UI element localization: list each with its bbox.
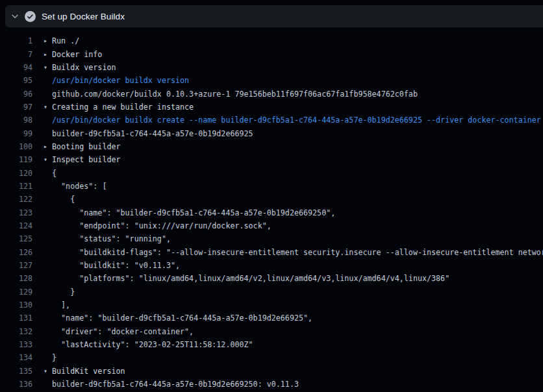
- log-line: 134 }: [0, 351, 543, 364]
- log-text: }: [52, 288, 75, 297]
- log-line: 94 ▾ Buildx version: [0, 61, 543, 74]
- line-number[interactable]: 131: [0, 313, 32, 323]
- line-number[interactable]: 94: [0, 63, 32, 72]
- log-text: "buildkitd-flags": "--allow-insecure-ent…: [52, 248, 543, 257]
- group-toggle-icon[interactable]: ▸: [44, 38, 52, 44]
- log-line: 130 ],: [0, 299, 543, 312]
- log-text: "driver": "docker-container",: [52, 327, 194, 336]
- log-text: {: [52, 195, 75, 204]
- line-number[interactable]: 121: [0, 182, 32, 191]
- group-toggle-icon[interactable]: ▾: [44, 64, 52, 71]
- group-toggle-icon[interactable]: ▾: [44, 368, 52, 374]
- log-line: 126 "buildkitd-flags": "--allow-insecure…: [0, 246, 543, 259]
- log-line: 123 "name": "builder-d9cfb5a1-c764-445a-…: [0, 206, 543, 219]
- log-line: 131 "name": "builder-d9cfb5a1-c764-445a-…: [0, 312, 543, 325]
- line-number[interactable]: 96: [0, 90, 32, 99]
- line-number[interactable]: 122: [0, 195, 32, 204]
- log-text: /usr/bin/docker buildx create --name bui…: [52, 116, 541, 125]
- log-text: builder-d9cfb5a1-c764-445a-a57e-0b19d2e6…: [52, 129, 253, 138]
- line-number[interactable]: 134: [0, 353, 32, 362]
- log-line: 132 "driver": "docker-container",: [0, 325, 543, 338]
- log-text: github.com/docker/buildx 0.10.3+azure-1 …: [52, 90, 418, 99]
- log-line: 98 /usr/bin/docker buildx create --name …: [0, 114, 543, 127]
- log-text: "platforms": "linux/amd64,linux/amd64/v2…: [52, 274, 449, 283]
- step-header[interactable]: Set up Docker Buildx: [5, 5, 543, 27]
- log-line: 120 {: [0, 166, 543, 179]
- log-text[interactable]: Inspect builder: [52, 155, 121, 164]
- log-text: "endpoint": "unix:///var/run/docker.sock…: [52, 221, 272, 230]
- line-number[interactable]: 133: [0, 340, 32, 349]
- group-toggle-icon[interactable]: ▸: [44, 143, 52, 150]
- log-text[interactable]: Creating a new builder instance: [52, 103, 194, 112]
- log-line: 7 ▸ Docker info: [0, 47, 543, 60]
- log-line: 122 {: [0, 193, 543, 206]
- log-text[interactable]: Docker info: [52, 50, 102, 59]
- log-line: 124 "endpoint": "unix:///var/run/docker.…: [0, 219, 543, 232]
- line-number[interactable]: 135: [0, 367, 32, 376]
- log-line: 128 "platforms": "linux/amd64,linux/amd6…: [0, 272, 543, 285]
- line-number[interactable]: 126: [0, 248, 32, 257]
- line-number[interactable]: 125: [0, 234, 32, 243]
- log-line: 95 /usr/bin/docker buildx version: [0, 74, 543, 87]
- chevron-down-icon[interactable]: [5, 12, 25, 21]
- log-line: 96 github.com/docker/buildx 0.10.3+azure…: [0, 87, 543, 100]
- group-toggle-icon[interactable]: ▸: [44, 51, 52, 58]
- check-circle-icon: [25, 11, 36, 22]
- line-number[interactable]: 1: [0, 36, 32, 45]
- step-title: Set up Docker Buildx: [42, 12, 125, 21]
- line-number[interactable]: 95: [0, 76, 32, 85]
- log-text[interactable]: Booting builder: [52, 142, 121, 151]
- log-line: 121 "nodes": [: [0, 180, 543, 193]
- log-line: 1 ▸ Run ./: [0, 34, 543, 47]
- line-number[interactable]: 123: [0, 208, 32, 217]
- log-text: /usr/bin/docker buildx version: [52, 76, 189, 85]
- line-number[interactable]: 130: [0, 300, 32, 310]
- actions-log-viewer: { "header": { "title": "Set up Docker Bu…: [0, 0, 543, 392]
- log-text: "buildkit": "v0.11.3",: [52, 261, 180, 270]
- line-number[interactable]: 129: [0, 288, 32, 297]
- log-text: "name": "builder-d9cfb5a1-c764-445a-a57e…: [52, 208, 335, 217]
- line-number[interactable]: 98: [0, 116, 32, 125]
- log-text[interactable]: BuildKit version: [52, 367, 125, 376]
- line-number[interactable]: 127: [0, 261, 32, 270]
- log-line: 99 builder-d9cfb5a1-c764-445a-a57e-0b19d…: [0, 127, 543, 140]
- log-text: "name": "builder-d9cfb5a1-c764-445a-a57e…: [52, 313, 312, 323]
- line-number[interactable]: 132: [0, 327, 32, 336]
- log-line: 129 }: [0, 286, 543, 299]
- line-number[interactable]: 99: [0, 129, 32, 138]
- log-text[interactable]: Run ./: [52, 36, 79, 45]
- line-number[interactable]: 120: [0, 169, 32, 178]
- log-area: 1 ▸ Run ./ 7 ▸ Docker info 94 ▾ Buildx v…: [0, 34, 543, 391]
- group-toggle-icon[interactable]: ▾: [44, 156, 52, 163]
- log-line: 135 ▾ BuildKit version: [0, 365, 543, 378]
- log-line: 97 ▾ Creating a new builder instance: [0, 101, 543, 114]
- line-number[interactable]: 97: [0, 103, 32, 112]
- log-line: 100 ▸ Booting builder: [0, 140, 543, 153]
- log-line: 136 builder-d9cfb5a1-c764-445a-a57e-0b19…: [0, 378, 543, 391]
- log-line: 127 "buildkit": "v0.11.3",: [0, 259, 543, 272]
- log-text: ],: [52, 300, 70, 310]
- log-text: "lastActivity": "2023-02-25T11:58:12.000…: [52, 340, 253, 349]
- line-number[interactable]: 124: [0, 221, 32, 230]
- log-line: 119 ▾ Inspect builder: [0, 153, 543, 166]
- log-line: 133 "lastActivity": "2023-02-25T11:58:12…: [0, 338, 543, 351]
- log-line: 125 "status": "running",: [0, 232, 543, 245]
- line-number[interactable]: 119: [0, 155, 32, 164]
- log-text: }: [52, 353, 57, 362]
- line-number[interactable]: 128: [0, 274, 32, 283]
- log-text: builder-d9cfb5a1-c764-445a-a57e-0b19d2e6…: [52, 380, 299, 389]
- log-text: "nodes": [: [52, 182, 107, 191]
- log-text[interactable]: Buildx version: [52, 63, 116, 72]
- log-text: "status": "running",: [52, 234, 171, 243]
- group-toggle-icon[interactable]: ▾: [44, 104, 52, 110]
- line-number[interactable]: 136: [0, 380, 32, 389]
- line-number[interactable]: 7: [0, 50, 32, 59]
- log-text: {: [52, 169, 57, 178]
- line-number[interactable]: 100: [0, 142, 32, 151]
